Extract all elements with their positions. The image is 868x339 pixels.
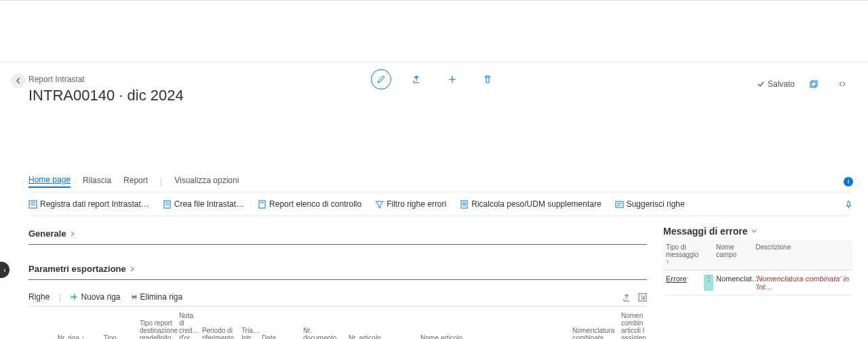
- err-header-campo[interactable]: Nome campo: [713, 243, 753, 266]
- delete-button[interactable]: [478, 70, 497, 89]
- tab-report[interactable]: Report: [123, 176, 148, 187]
- scroll-left[interactable]: ‹: [663, 336, 667, 339]
- filter-icon: [375, 200, 384, 209]
- add-button[interactable]: [443, 70, 462, 89]
- detach-button[interactable]: [804, 75, 823, 94]
- tab-separator: |: [160, 177, 162, 186]
- svg-rect-7: [71, 296, 73, 298]
- elimina-riga-button[interactable]: Elimina riga: [130, 292, 183, 302]
- header-tria[interactable]: Tria… Intr…: [237, 309, 258, 339]
- pin-button[interactable]: [844, 200, 853, 209]
- header-nota[interactable]: Nota di cred… d'or…: [175, 309, 198, 339]
- scroll-right[interactable]: ›: [850, 336, 853, 339]
- err-header-desc[interactable]: Descrizione: [753, 243, 853, 266]
- header-tipo[interactable]: Tipo: [100, 309, 136, 339]
- tab-rilascia[interactable]: Rilascia: [83, 176, 111, 187]
- chevron-right-icon: [129, 266, 136, 273]
- chevron-down-icon: [751, 228, 757, 235]
- action-controllo[interactable]: Report elenco di controllo: [258, 199, 361, 209]
- header-tiporep[interactable]: Tipo report destinazione predefinito: [136, 309, 175, 339]
- page-title: INTRA00140 · dic 2024: [28, 87, 184, 104]
- share-button[interactable]: [408, 70, 427, 89]
- delete-row-icon: [130, 293, 138, 301]
- action-ricalcola[interactable]: Ricalcola peso/UDM supplementare: [460, 199, 601, 209]
- back-button[interactable]: [11, 73, 26, 88]
- info-badge[interactable]: i: [844, 177, 853, 186]
- header-nr-riga[interactable]: Nr. riga ↑: [49, 309, 89, 339]
- svg-rect-0: [810, 82, 816, 87]
- edit-button[interactable]: [371, 69, 391, 89]
- calc-icon: [460, 200, 469, 209]
- header-nom[interactable]: Nomenclatura combinata: [568, 309, 617, 339]
- svg-rect-6: [616, 201, 623, 207]
- err-row-menu[interactable]: ⋮: [704, 275, 713, 291]
- expand-rows-button[interactable]: [638, 293, 647, 302]
- new-row-icon: [71, 293, 79, 301]
- report-icon: [258, 200, 267, 209]
- header-nomcomb[interactable]: Nomen combin articoli l assisten: [617, 309, 647, 339]
- action-creafile[interactable]: Crea file Intrastat…: [163, 199, 244, 209]
- tab-opzioni[interactable]: Visualizza opzioni: [174, 176, 239, 187]
- nuova-riga-button[interactable]: Nuova riga: [71, 292, 120, 302]
- chevron-right-icon: [69, 231, 76, 237]
- err-cell-tipo[interactable]: Errore: [663, 275, 704, 291]
- svg-rect-1: [812, 81, 817, 86]
- action-filtro[interactable]: Filtro righe errori: [375, 199, 446, 209]
- action-suggerisci[interactable]: Suggerisci righe: [615, 199, 685, 209]
- rows-title: Righe: [28, 292, 50, 302]
- header-doc[interactable]: Nr. documento: [299, 309, 344, 339]
- error-row[interactable]: Errore ⋮ Nomenclat… 'Nomenclatura combin…: [663, 271, 853, 296]
- section-parametri[interactable]: Parametri esportazione: [28, 258, 647, 280]
- errors-panel-title[interactable]: Messaggi di errore: [663, 223, 853, 239]
- err-header-tipo[interactable]: Tipo di messaggio ↑: [663, 243, 704, 266]
- err-cell-desc: 'Nomenclatura combinata' in 'Int…: [753, 275, 853, 291]
- suggest-icon: [615, 200, 624, 209]
- breadcrumb: Report Intrastat: [28, 75, 85, 84]
- header-nome[interactable]: Nome articolo: [416, 309, 568, 339]
- header-data[interactable]: Data: [258, 309, 299, 339]
- action-registra[interactable]: Registra dati report Intrastat…: [28, 199, 149, 209]
- collapse-button[interactable]: [833, 75, 852, 94]
- register-icon: [28, 200, 37, 209]
- share-rows-button[interactable]: [623, 293, 631, 302]
- saved-status: Salvato: [757, 79, 795, 89]
- tab-home[interactable]: Home page: [28, 175, 71, 188]
- header-art[interactable]: Nr. articolo: [344, 309, 416, 339]
- svg-rect-4: [259, 201, 265, 208]
- err-cell-campo: Nomenclat…: [713, 275, 753, 291]
- file-icon: [163, 200, 172, 209]
- section-generale[interactable]: Generale: [28, 223, 647, 245]
- header-periodo[interactable]: Periodo di riferimento: [198, 309, 237, 339]
